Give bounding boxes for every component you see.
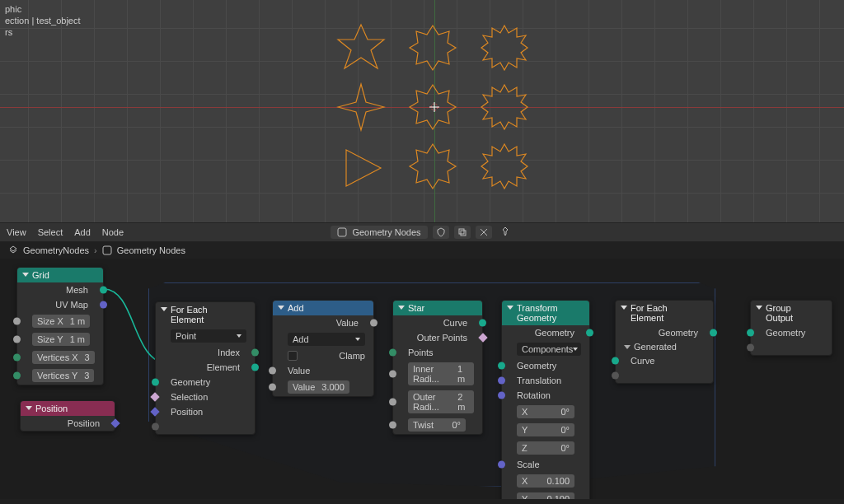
field-rot-x[interactable]: X0°	[517, 405, 574, 418]
node-header[interactable]: Add	[273, 301, 373, 315]
menu-add[interactable]: Add	[74, 227, 91, 237]
svg-marker-2	[481, 26, 528, 70]
svg-marker-1	[410, 26, 456, 70]
select-math-op[interactable]: Add	[288, 333, 365, 346]
node-header[interactable]: Position	[21, 401, 115, 416]
copy-icon-button[interactable]	[454, 226, 471, 239]
select-transform-mode[interactable]: Components	[517, 343, 581, 356]
select-domain[interactable]: Point	[171, 329, 246, 343]
socket-selection: Selection	[171, 392, 208, 402]
shield-icon-button[interactable]	[433, 226, 449, 239]
menu-view[interactable]: View	[7, 227, 26, 237]
socket-curve: Curve	[631, 356, 654, 366]
svg-rect-14	[461, 231, 466, 236]
copy-icon	[457, 227, 467, 237]
node-position[interactable]: Position Position	[20, 400, 115, 432]
socket-element: Element	[207, 362, 240, 372]
socket-rotation: Rotation	[517, 390, 551, 400]
socket-mesh: Mesh	[66, 285, 88, 295]
node-header[interactable]: For Each Element	[156, 302, 255, 327]
nodegroup-icon	[337, 227, 347, 237]
field-scale-y[interactable]: Y0.100	[517, 492, 574, 499]
socket-value-a: Value	[288, 366, 310, 376]
menu-select[interactable]: Select	[38, 227, 63, 237]
close-icon-button[interactable]	[476, 226, 492, 239]
field-outer-radius[interactable]: Outer Radi...2 m	[408, 390, 474, 413]
node-header[interactable]: Star	[393, 301, 482, 315]
field-rot-y[interactable]: Y0°	[517, 423, 574, 436]
socket-geometry: Geometry	[171, 377, 210, 387]
socket-geometry-in: Geometry	[517, 361, 556, 371]
socket-geometry: Geometry	[659, 328, 698, 338]
svg-rect-13	[459, 229, 464, 234]
nodegroup-dropdown[interactable]: Geometry Nodes	[331, 226, 427, 239]
breadcrumb-group[interactable]: Geometry Nodes	[117, 245, 185, 255]
viewport-overlay-text: phic ection | test_object rs	[0, 0, 86, 41]
svg-rect-12	[338, 228, 346, 236]
field-size-y[interactable]: Size Y1 m	[32, 333, 90, 346]
breadcrumb-mod[interactable]: GeometryNodes	[23, 245, 89, 255]
node-foreach-in[interactable]: For Each Element Point Index Element Geo…	[155, 301, 256, 435]
socket-position: Position	[171, 407, 203, 417]
svg-marker-0	[338, 25, 384, 68]
node-editor[interactable]: Grid Mesh UV Map Size X1 m Size Y1 m Ver…	[0, 259, 844, 499]
checkbox-clamp[interactable]	[288, 351, 298, 361]
breadcrumb: GeometryNodes › Geometry Nodes	[0, 242, 844, 259]
node-grid[interactable]: Grid Mesh UV Map Size X1 m Size Y1 m Ver…	[16, 267, 104, 385]
shield-icon	[436, 227, 446, 237]
field-value-b[interactable]: Value3.000	[288, 380, 349, 394]
node-transform-geometry[interactable]: Transform Geometry Geometry Components G…	[501, 300, 590, 499]
socket-value: Value	[336, 318, 359, 328]
field-vertices-y[interactable]: Vertices Y3	[32, 369, 94, 382]
nodegroup-icon	[102, 245, 112, 255]
socket-points: Points	[408, 348, 434, 357]
socket-geometry: Geometry	[766, 328, 805, 338]
node-editor-header: View Select Add Node Geometry Nodes	[0, 222, 844, 242]
pin-icon	[500, 226, 510, 236]
socket-curve: Curve	[443, 318, 467, 328]
chevron-right-icon: ›	[94, 245, 97, 255]
cursor-3d-icon	[429, 102, 439, 112]
socket-geometry-out: Geometry	[535, 328, 574, 338]
socket-translation: Translation	[517, 376, 561, 385]
node-foreach-out[interactable]: For Each Element Geometry Generated Curv…	[615, 300, 714, 384]
node-header[interactable]: Grid	[17, 268, 103, 282]
modifier-icon	[8, 245, 18, 255]
svg-marker-8	[481, 144, 528, 189]
svg-marker-3	[338, 84, 384, 130]
svg-rect-15	[103, 246, 111, 254]
node-group-output[interactable]: Group Output Geometry	[750, 300, 832, 356]
socket-uvmap: UV Map	[55, 300, 88, 310]
node-star[interactable]: Star Curve Outer Points Points Inner Rad…	[392, 300, 483, 435]
svg-marker-7	[410, 144, 456, 189]
node-header[interactable]: Group Output	[751, 301, 832, 325]
field-twist[interactable]: Twist0°	[408, 418, 466, 432]
field-inner-radius[interactable]: Inner Radi...1 m	[408, 362, 474, 385]
menu-node[interactable]: Node	[102, 227, 124, 237]
svg-marker-6	[346, 150, 381, 186]
field-vertices-x[interactable]: Vertices X3	[32, 351, 95, 364]
clamp-label: Clamp	[339, 351, 365, 361]
socket-scale: Scale	[517, 460, 540, 469]
socket-index: Index	[218, 348, 240, 357]
field-size-x[interactable]: Size X1 m	[32, 315, 90, 328]
field-scale-x[interactable]: X0.100	[517, 474, 574, 488]
svg-marker-5	[481, 85, 528, 129]
pin-icon-button[interactable]	[497, 225, 513, 240]
viewport-3d[interactable]: phic ection | test_object rs	[0, 0, 844, 222]
field-rot-z[interactable]: Z0°	[517, 441, 574, 455]
socket-position: Position	[68, 418, 100, 428]
node-header[interactable]: For Each Element	[616, 301, 713, 325]
close-icon	[479, 227, 489, 237]
node-header[interactable]: Transform Geometry	[502, 301, 589, 325]
node-math-add[interactable]: Add Value Add Clamp Value Value3.000	[272, 300, 374, 397]
socket-outer-points: Outer Points	[417, 333, 467, 343]
section-generated[interactable]: Generated	[616, 340, 713, 353]
